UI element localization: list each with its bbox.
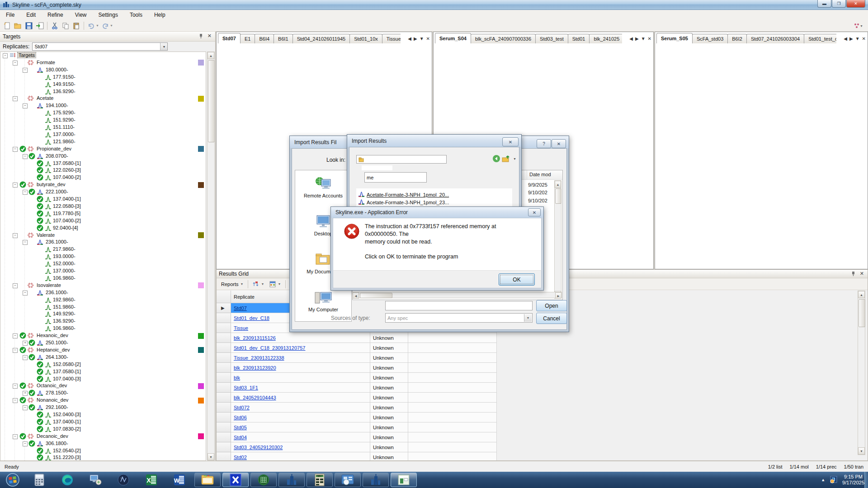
tab-Serum_S05[interactable]: Serum_S05 — [656, 33, 693, 43]
table-cell[interactable] — [408, 353, 497, 363]
taskbar-window-app-icon[interactable] — [391, 473, 417, 487]
tree-item[interactable]: 107.0830-[2] — [0, 426, 206, 433]
import-results-icon[interactable] — [34, 21, 45, 31]
sources-of-type-combobox[interactable]: Any spec ▼ — [385, 313, 533, 323]
dialog-title-bar[interactable]: Import Results — [347, 135, 521, 147]
table-cell[interactable] — [408, 403, 497, 413]
sample-type-cell[interactable]: Unknown — [370, 452, 408, 460]
tree-item[interactable]: 151.1110- — [0, 124, 206, 131]
file-list-item[interactable]: Acetate-Formate-3-NPH_1pmol_20... — [358, 191, 449, 198]
minimize-button[interactable]: ▬ — [817, 0, 831, 8]
sample-type-cell[interactable]: Unknown — [370, 413, 408, 422]
tab-Std01_test_cor[interactable]: Std01_test_cor — [804, 34, 836, 43]
tree-item[interactable]: 106.9860- — [0, 325, 206, 332]
table-cell[interactable] — [408, 363, 497, 373]
table-row[interactable]: Std04 — [231, 432, 370, 442]
tree-item[interactable]: 137.0400-[1] — [0, 418, 206, 426]
tree-item[interactable]: −194.1000- — [0, 102, 206, 109]
tab-Tissue_S0[interactable]: Tissue_S0 — [382, 34, 401, 43]
expander-icon[interactable]: − — [13, 183, 18, 188]
taskbar-skyline-app-icon[interactable] — [278, 473, 305, 487]
sync-columns-icon[interactable]: ▼ — [250, 280, 267, 288]
tree-item[interactable]: −Heptanoic_dev — [0, 347, 206, 354]
tree-item[interactable]: 137.0580-[1] — [0, 160, 206, 167]
up-folder-icon[interactable] — [502, 155, 510, 164]
close-icon[interactable]: ✕ — [860, 271, 864, 277]
file-date-cell[interactable]: 9/10/202 — [528, 190, 552, 195]
taskbar-edge-browser-icon[interactable] — [54, 473, 80, 487]
tree-item[interactable]: −Hexanoic_dev — [0, 332, 206, 339]
name-field[interactable]: me — [364, 172, 427, 183]
tree-item[interactable]: 122.0260-[3] — [0, 167, 206, 174]
row-header[interactable] — [217, 363, 231, 373]
row-header[interactable] — [217, 393, 231, 403]
table-row[interactable]: Std02 — [231, 452, 370, 460]
taskbar-counter-app-icon[interactable]: 0N LINE — [307, 473, 333, 487]
expander-icon[interactable]: − — [23, 291, 28, 296]
tree-item[interactable]: 107.0400-[2] — [0, 174, 206, 181]
tab-overflow-buttons[interactable]: ◀▶▼✕ — [406, 35, 430, 42]
table-cell[interactable] — [408, 333, 497, 343]
scroll-up-icon[interactable]: ▲ — [858, 291, 865, 298]
expander-icon[interactable]: − — [23, 68, 28, 73]
tree-item[interactable]: 149.9150- — [0, 81, 206, 88]
tree-item[interactable]: −222.1000- — [0, 188, 206, 196]
tab-Std01_10x[interactable]: Std01_10x — [349, 34, 382, 43]
close-button[interactable]: ✕ — [528, 208, 541, 216]
row-header[interactable] — [217, 343, 231, 353]
taskbar-masslynx-sphere-icon[interactable] — [110, 473, 137, 487]
path-combobox[interactable] — [356, 155, 447, 164]
tree-item[interactable]: 151.9290- — [0, 117, 206, 124]
tree-item[interactable]: −180.0000- — [0, 66, 206, 74]
expander-icon[interactable]: − — [13, 233, 18, 238]
row-header[interactable] — [217, 373, 231, 383]
menu-help[interactable]: Help — [148, 10, 171, 19]
file-list-item[interactable]: Acetate-Formate-3-NPH_1pmol_23... — [358, 199, 449, 206]
tab-overflow-buttons[interactable]: ◀▶▼✕ — [627, 35, 651, 42]
place-my-computer[interactable]: My Computer — [297, 290, 349, 312]
tree-item[interactable]: −208.0700- — [0, 153, 206, 160]
table-cell[interactable] — [408, 343, 497, 353]
ok-button[interactable]: OK — [499, 273, 535, 286]
menu-edit[interactable]: Edit — [20, 10, 42, 19]
tab-Std04_241026011945[interactable]: Std04_241026011945 — [292, 34, 350, 43]
view-grid-icon[interactable]: ▼ — [267, 280, 283, 288]
tree-item[interactable]: 137.0000- — [0, 267, 206, 275]
table-row[interactable]: blk_240529104443 — [231, 393, 370, 403]
new-document-icon[interactable] — [2, 21, 13, 31]
tree-item[interactable]: −236.1000- — [0, 239, 206, 246]
targets-tree[interactable]: −Targets−Formate−180.0000-177.9150-149.9… — [0, 52, 206, 461]
tree-item[interactable]: −Nonanoic_dev — [0, 397, 206, 404]
dialog-title-bar[interactable]: Skyline.exe - Application Error — [331, 207, 543, 218]
expander-icon[interactable]: − — [23, 154, 28, 159]
taskbar-remote-device-icon[interactable] — [82, 473, 108, 487]
sample-type-cell[interactable]: Unknown — [370, 403, 408, 413]
place-remote-accounts[interactable]: Remote Accounts — [297, 176, 349, 198]
file-list-scrollbar[interactable]: ▲ ▼ — [554, 180, 561, 299]
expander-icon[interactable]: − — [3, 53, 8, 58]
sample-type-cell[interactable]: Unknown — [370, 422, 408, 432]
tab-B6I4[interactable]: B6I4 — [255, 34, 274, 43]
table-row[interactable]: Std03_240529120302 — [231, 442, 370, 452]
tree-item[interactable]: 192.9860- — [0, 296, 206, 304]
tree-item[interactable]: −Octanoic_dev — [0, 382, 206, 389]
tab-blk_scFA_240907000336[interactable]: blk_scFA_240907000336 — [471, 34, 536, 43]
row-header[interactable] — [217, 333, 231, 343]
sample-type-cell[interactable]: Unknown — [370, 333, 408, 343]
sample-type-cell[interactable]: Unknown — [370, 343, 408, 353]
undo-icon[interactable] — [86, 21, 97, 31]
tree-item[interactable]: −236.1000- — [0, 289, 206, 296]
taskbar-skyline-app-2-icon[interactable] — [363, 473, 389, 487]
taskbar-start-icon[interactable] — [1, 473, 24, 487]
close-button[interactable]: ✕ — [552, 139, 566, 148]
tray-app-icon[interactable]: ! — [830, 475, 838, 485]
table-row[interactable]: blk_230913123920 — [231, 363, 370, 373]
sample-type-cell[interactable]: Unknown — [370, 442, 408, 452]
table-row[interactable]: blk — [231, 373, 370, 383]
sample-type-cell[interactable]: Unknown — [370, 393, 408, 403]
tree-item[interactable]: 152.0540-[2] — [0, 447, 206, 455]
close-button[interactable]: ✕ — [502, 137, 519, 146]
row-header[interactable]: ▶ — [217, 303, 231, 313]
tree-item[interactable]: −Decanoic_dev — [0, 433, 206, 440]
table-row[interactable]: Std01_dev_C18_230913120757 — [231, 343, 370, 353]
